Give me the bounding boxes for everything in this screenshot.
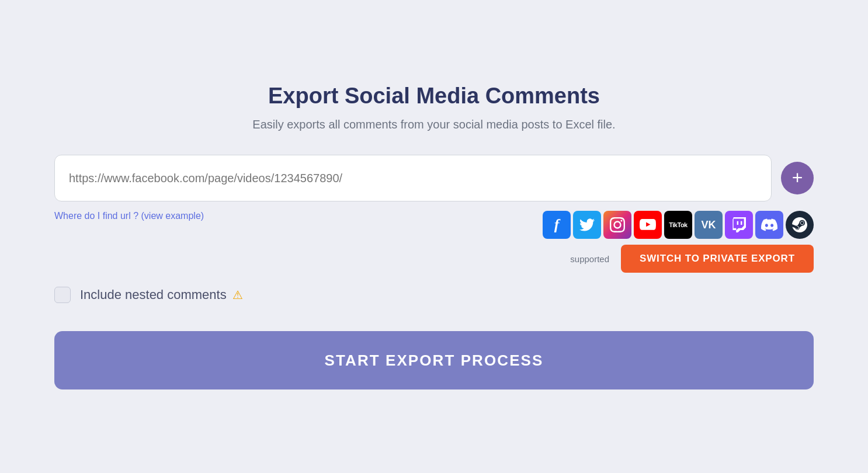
- right-section: f: [543, 211, 814, 273]
- start-export-button[interactable]: START EXPORT PROCESS: [54, 331, 814, 389]
- main-container: Export Social Media Comments Easily expo…: [54, 60, 814, 413]
- warning-icon: ⚠: [232, 288, 243, 302]
- nested-comments-checkbox[interactable]: [54, 287, 71, 303]
- plus-icon: +: [792, 168, 803, 187]
- find-url-link[interactable]: Where do I find url ? (view example): [54, 211, 204, 221]
- twitter-icon: [573, 211, 601, 239]
- supported-label: supported: [570, 254, 609, 264]
- page-subtitle: Easily exports all comments from your so…: [54, 118, 814, 131]
- url-row: +: [54, 155, 814, 201]
- youtube-icon: [634, 211, 662, 239]
- twitch-icon: [725, 211, 753, 239]
- private-export-button[interactable]: SWITCH TO PRIVATE EXPORT: [621, 245, 814, 273]
- url-input[interactable]: [54, 155, 772, 201]
- page-title: Export Social Media Comments: [54, 84, 814, 109]
- steam-icon: [786, 211, 814, 239]
- nested-comments-row: Include nested comments ⚠: [54, 287, 814, 303]
- discord-icon: [755, 211, 783, 239]
- nested-comments-label: Include nested comments ⚠: [80, 287, 243, 302]
- add-url-button[interactable]: +: [781, 162, 814, 194]
- helper-row: Where do I find url ? (view example) f: [54, 211, 814, 273]
- instagram-icon: [603, 211, 631, 239]
- tiktok-icon: TikTok: [664, 211, 692, 239]
- vk-icon: VK: [695, 211, 723, 239]
- social-icons-row: f: [543, 211, 814, 239]
- facebook-icon: f: [543, 211, 571, 239]
